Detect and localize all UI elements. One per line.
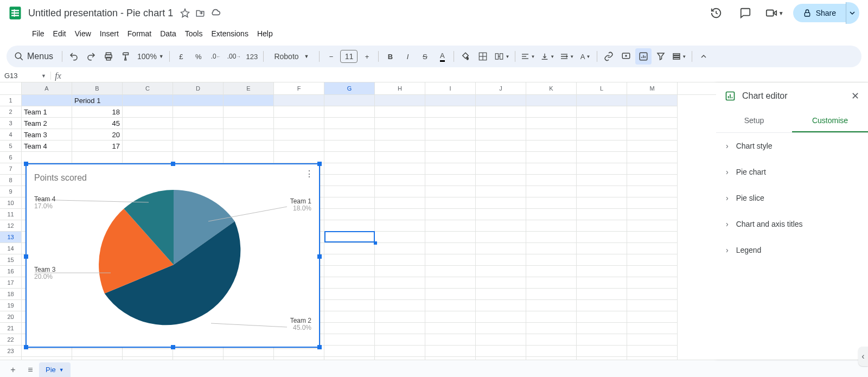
cell-G13[interactable] <box>324 232 375 243</box>
cell-A4[interactable]: Team 3 <box>22 129 72 140</box>
cell-E1[interactable] <box>224 95 274 106</box>
cloud-icon[interactable] <box>209 7 222 20</box>
row-header-8[interactable]: 8 <box>0 175 22 186</box>
cell-E5[interactable] <box>224 140 274 152</box>
cell-I13[interactable] <box>425 232 476 243</box>
row-header-13[interactable]: 13 <box>0 232 22 243</box>
cell-J4[interactable] <box>476 129 526 140</box>
cell-D4[interactable] <box>173 129 224 140</box>
cell-G20[interactable] <box>324 311 375 323</box>
cell-D5[interactable] <box>173 140 224 152</box>
cell-K9[interactable] <box>526 186 577 197</box>
row-header-16[interactable]: 16 <box>0 266 22 277</box>
cell-G7[interactable] <box>324 163 375 175</box>
cell-G22[interactable] <box>324 334 375 346</box>
cell-M20[interactable] <box>627 311 678 323</box>
paint-format-button[interactable] <box>118 48 134 65</box>
cell-H24[interactable] <box>375 357 425 360</box>
cell-H7[interactable] <box>375 163 425 175</box>
row-header-4[interactable]: 4 <box>0 129 22 140</box>
cell-M12[interactable] <box>627 220 678 232</box>
row-header-17[interactable]: 17 <box>0 277 22 289</box>
accordion-chart-and-axis-titles[interactable]: ›Chart and axis titles <box>716 211 868 237</box>
print-button[interactable] <box>100 48 117 65</box>
cell-G12[interactable] <box>324 220 375 232</box>
row-header-6[interactable]: 6 <box>0 152 22 163</box>
cell-L21[interactable] <box>577 323 627 334</box>
cell-K22[interactable] <box>526 334 577 346</box>
increase-decimal-button[interactable]: .00→ <box>225 48 243 65</box>
cell-L13[interactable] <box>577 232 627 243</box>
cell-H1[interactable] <box>375 95 425 106</box>
cell-G18[interactable] <box>324 289 375 300</box>
cell-B4[interactable]: 20 <box>72 129 123 140</box>
menu-tools[interactable]: Tools <box>181 27 207 40</box>
cell-A24[interactable] <box>22 357 72 360</box>
cell-L14[interactable] <box>577 243 627 254</box>
cell-M3[interactable] <box>627 118 678 129</box>
share-dropdown[interactable] <box>846 2 859 24</box>
cell-M2[interactable] <box>627 106 678 118</box>
menu-file[interactable]: File <box>28 27 48 40</box>
cell-E24[interactable] <box>224 357 274 360</box>
cell-I9[interactable] <box>425 186 476 197</box>
cell-H15[interactable] <box>375 254 425 266</box>
menu-edit[interactable]: Edit <box>49 27 70 40</box>
cell-M13[interactable] <box>627 232 678 243</box>
filter-views-button[interactable]: ▼ <box>670 48 688 65</box>
cell-L5[interactable] <box>577 140 627 152</box>
cell-M4[interactable] <box>627 129 678 140</box>
cell-I16[interactable] <box>425 266 476 277</box>
redo-button[interactable] <box>83 48 99 65</box>
cell-E3[interactable] <box>224 118 274 129</box>
cell-J24[interactable] <box>476 357 526 360</box>
cell-L20[interactable] <box>577 311 627 323</box>
fill-color-button[interactable] <box>457 48 474 65</box>
cell-I18[interactable] <box>425 289 476 300</box>
cell-H5[interactable] <box>375 140 425 152</box>
cell-K11[interactable] <box>526 209 577 220</box>
cell-E2[interactable] <box>224 106 274 118</box>
row-header-2[interactable]: 2 <box>0 106 22 118</box>
col-header-F[interactable]: F <box>274 82 324 94</box>
cell-J3[interactable] <box>476 118 526 129</box>
cell-F24[interactable] <box>274 357 324 360</box>
font-size-input[interactable]: 11 <box>340 50 358 63</box>
cell-H14[interactable] <box>375 243 425 254</box>
cell-G6[interactable] <box>324 152 375 163</box>
cell-B3[interactable]: 45 <box>72 118 123 129</box>
cell-H10[interactable] <box>375 197 425 209</box>
col-header-K[interactable]: K <box>526 82 577 94</box>
cell-G3[interactable] <box>324 118 375 129</box>
insert-link-button[interactable] <box>601 48 617 65</box>
cell-I21[interactable] <box>425 323 476 334</box>
cell-L2[interactable] <box>577 106 627 118</box>
cell-D1[interactable] <box>173 95 224 106</box>
cell-M7[interactable] <box>627 163 678 175</box>
col-header-E[interactable]: E <box>224 82 274 94</box>
row-header-15[interactable]: 15 <box>0 254 22 266</box>
row-header-10[interactable]: 10 <box>0 197 22 209</box>
cell-B1[interactable]: Period 1 <box>72 95 123 106</box>
cell-G21[interactable] <box>324 323 375 334</box>
cell-I23[interactable] <box>425 346 476 357</box>
font-family-dropdown[interactable]: Roboto▼ <box>267 48 316 65</box>
row-header-14[interactable]: 14 <box>0 243 22 254</box>
cell-M16[interactable] <box>627 266 678 277</box>
cell-G9[interactable] <box>324 186 375 197</box>
cell-H12[interactable] <box>375 220 425 232</box>
cell-J5[interactable] <box>476 140 526 152</box>
menu-format[interactable]: Format <box>124 27 155 40</box>
active-cell-handle[interactable] <box>374 241 377 245</box>
increase-font-button[interactable]: + <box>359 48 375 65</box>
cell-H11[interactable] <box>375 209 425 220</box>
cell-M21[interactable] <box>627 323 678 334</box>
cell-J10[interactable] <box>476 197 526 209</box>
undo-button[interactable] <box>66 48 82 65</box>
cell-J17[interactable] <box>476 277 526 289</box>
cell-F5[interactable] <box>274 140 324 152</box>
text-color-button[interactable]: A <box>434 48 450 65</box>
cell-E4[interactable] <box>224 129 274 140</box>
col-header-J[interactable]: J <box>476 82 526 94</box>
search-menus[interactable]: Menus <box>11 49 59 63</box>
